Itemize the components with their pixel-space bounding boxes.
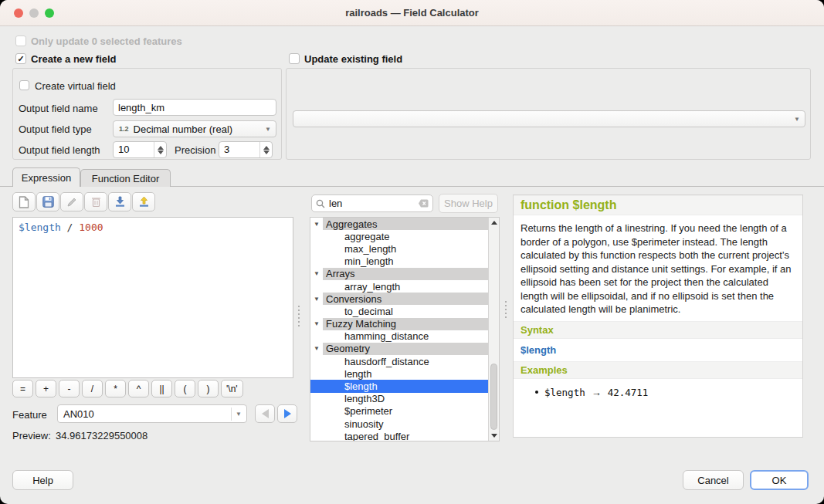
zoom-window-icon[interactable] xyxy=(45,8,54,18)
tree-item[interactable]: sinuosity xyxy=(310,418,488,430)
tree-item[interactable]: max_length xyxy=(310,242,488,255)
operator-button[interactable]: * xyxy=(105,380,126,397)
help-examples-heading: Examples xyxy=(514,361,802,379)
operator-button[interactable]: ^ xyxy=(128,380,149,397)
tab-function-editor[interactable]: Function Editor xyxy=(80,169,171,187)
tree-item-label: hamming_distance xyxy=(344,330,429,342)
export-expressions-button[interactable] xyxy=(132,192,155,211)
tree-group-row[interactable]: ▼Conversions xyxy=(310,293,488,305)
help-description: Returns the length of a linestring. If y… xyxy=(514,215,802,321)
tree-item[interactable]: hamming_distance xyxy=(310,330,488,343)
cancel-button[interactable]: Cancel xyxy=(683,470,744,490)
operator-button[interactable]: + xyxy=(36,380,56,397)
tree-item[interactable]: hausdorff_distance xyxy=(310,355,488,367)
function-search-box[interactable] xyxy=(311,194,433,212)
ok-button[interactable]: OK xyxy=(750,470,809,490)
operator-button[interactable]: - xyxy=(59,380,80,397)
edit-expression-button xyxy=(60,192,83,211)
preview-label: Preview: xyxy=(12,430,51,441)
close-window-icon[interactable] xyxy=(14,8,23,18)
output-field-type-value: Decimal number (real) xyxy=(134,123,233,135)
arrow-right-icon xyxy=(284,409,291,418)
tree-item[interactable]: aggregate xyxy=(310,230,488,242)
trash-icon xyxy=(91,196,101,208)
output-field-name-input[interactable] xyxy=(113,99,276,116)
search-input[interactable] xyxy=(329,198,419,209)
tree-item[interactable]: $perimeter xyxy=(310,405,488,418)
help-button[interactable]: Help xyxy=(12,470,73,490)
spinner-arrows-icon[interactable] xyxy=(259,142,272,157)
new-expression-button[interactable] xyxy=(12,192,36,211)
scroll-up-icon[interactable] xyxy=(489,218,499,228)
tree-group-label: Fuzzy Matching xyxy=(323,318,488,330)
feature-combobox[interactable]: AN010 ▼ xyxy=(57,404,247,423)
chevron-down-icon: ▼ xyxy=(231,408,246,421)
chevron-down-icon[interactable]: ▼ xyxy=(310,296,323,303)
operator-button[interactable]: ) xyxy=(198,380,219,397)
tree-group-row[interactable]: ▼Geometry xyxy=(310,343,488,355)
chevron-down-icon[interactable]: ▼ xyxy=(310,270,323,277)
help-syntax-value: $length xyxy=(514,339,802,361)
tree-item-label: $perimeter xyxy=(344,405,392,417)
chevron-down-icon[interactable]: ▼ xyxy=(310,221,323,228)
left-splitter-handle[interactable] xyxy=(297,306,300,326)
previous-feature-button xyxy=(255,404,275,423)
scroll-down-icon[interactable] xyxy=(489,431,499,441)
help-example: $length → 42.4711 xyxy=(514,379,802,398)
tree-item-label: sinuosity xyxy=(344,418,384,430)
tree-group-row[interactable]: ▼Aggregates xyxy=(310,218,488,230)
tree-item-label: array_length xyxy=(344,281,400,293)
expression-editor[interactable]: $length / 1000 xyxy=(12,217,293,378)
function-tree-panel: ▼Aggregatesaggregatemax_lengthmin_length… xyxy=(310,217,500,441)
new-file-icon xyxy=(19,196,29,208)
tree-item-label: $length xyxy=(344,381,378,392)
tree-item[interactable]: $length xyxy=(310,380,488,392)
right-splitter-handle[interactable] xyxy=(504,301,507,318)
decimal-type-icon: 1.2 xyxy=(119,125,129,133)
expression-number: 1000 xyxy=(79,222,103,233)
output-field-length-value: 10 xyxy=(114,142,154,157)
tree-item[interactable]: tapered_buffer xyxy=(310,430,488,441)
operator-button[interactable]: '\n' xyxy=(221,380,243,397)
next-feature-button[interactable] xyxy=(277,404,297,423)
create-new-field-checkbox[interactable]: ✓ xyxy=(15,53,26,64)
operator-button[interactable]: / xyxy=(82,380,103,397)
chevron-down-icon: ▼ xyxy=(794,116,805,123)
operator-button[interactable]: ( xyxy=(175,380,195,397)
spinner-arrows-icon[interactable] xyxy=(154,142,166,157)
output-field-name-label: Output field name xyxy=(19,103,98,114)
precision-spinner[interactable]: 3 xyxy=(219,141,273,158)
create-virtual-field-checkbox[interactable] xyxy=(19,80,29,90)
create-new-field-label: Create a new field xyxy=(31,53,117,65)
tree-item[interactable]: to_decimal xyxy=(310,305,488,317)
example-expression: $length xyxy=(544,387,585,398)
tab-expression-label: Expression xyxy=(22,172,71,184)
output-field-type-dropdown[interactable]: 1.2 Decimal number (real) ▼ xyxy=(113,120,276,137)
import-expressions-button[interactable] xyxy=(108,192,131,211)
tree-item[interactable]: min_length xyxy=(310,255,488,268)
chevron-down-icon[interactable]: ▼ xyxy=(310,320,323,327)
tree-item-label: to_decimal xyxy=(344,306,393,317)
bullet-icon xyxy=(535,391,538,394)
tree-item[interactable]: array_length xyxy=(310,280,488,293)
operator-button[interactable]: = xyxy=(12,380,33,397)
title-bar[interactable]: railroads — Field Calculator xyxy=(0,0,824,26)
output-field-length-spinner[interactable]: 10 xyxy=(113,141,167,158)
operator-button[interactable]: || xyxy=(151,380,172,397)
tree-group-row[interactable]: ▼Fuzzy Matching xyxy=(310,318,488,330)
existing-field-groupbox: ▼ xyxy=(286,68,811,160)
tree-scrollbar[interactable] xyxy=(488,218,499,441)
tree-group-row[interactable]: ▼Arrays xyxy=(310,268,488,280)
expression-operator: / xyxy=(61,222,79,233)
window-title: railroads — Field Calculator xyxy=(345,7,479,19)
tree-item[interactable]: length3D xyxy=(310,393,488,405)
tab-expression[interactable]: Expression xyxy=(12,167,80,187)
clear-search-icon[interactable] xyxy=(419,198,429,208)
update-existing-field-checkbox[interactable] xyxy=(289,53,300,64)
tree-item[interactable]: length xyxy=(310,367,488,380)
scrollbar-thumb[interactable] xyxy=(490,364,497,430)
save-expression-button[interactable] xyxy=(36,192,59,211)
chevron-down-icon[interactable]: ▼ xyxy=(310,345,323,352)
tree-item-label: aggregate xyxy=(344,231,390,242)
precision-label: Precision xyxy=(175,144,215,156)
